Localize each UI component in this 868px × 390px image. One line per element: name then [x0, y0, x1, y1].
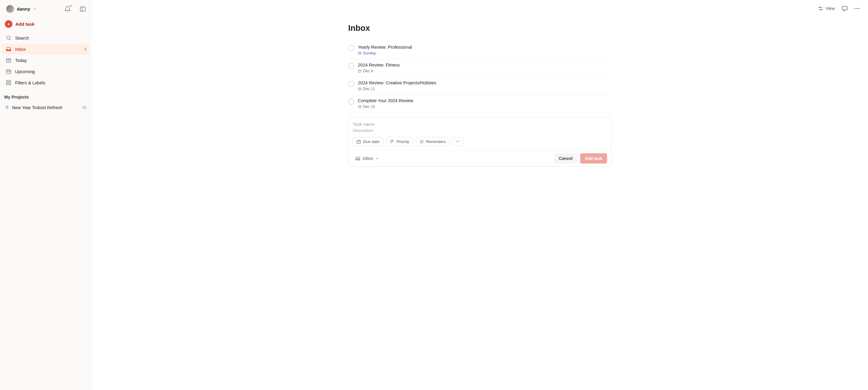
task-date-text: Dec 8: [363, 69, 373, 73]
task-date-text: Dec 15: [363, 105, 375, 109]
chevron-down-icon: [375, 157, 379, 160]
task-body: 2024 Review: Fitness Dec 8: [358, 62, 400, 73]
task-list: Yearly Review: Professional Sunday 2024 …: [348, 41, 612, 113]
nav-label: Filters & Labels: [15, 80, 45, 85]
nav-list: Search Inbox 4 29 Today Upcoming Filter: [2, 33, 89, 88]
inbox-icon: [355, 156, 360, 161]
nav-item-today[interactable]: 29 Today: [2, 55, 89, 65]
task-date: Dec 8: [358, 69, 400, 73]
cancel-button[interactable]: Cancel: [554, 153, 577, 164]
flag-icon: [390, 139, 395, 144]
pill-label: Due date: [363, 139, 380, 144]
task-row[interactable]: Yearly Review: Professional Sunday: [348, 41, 612, 59]
svg-point-4: [7, 36, 10, 39]
notification-dot-icon: [69, 4, 72, 7]
calendar-today-icon: 29: [5, 57, 11, 63]
svg-rect-35: [357, 140, 360, 143]
comments-button[interactable]: [840, 3, 850, 13]
svg-point-26: [858, 8, 859, 9]
content: Inbox Yearly Review: Professional Sunday: [92, 17, 868, 390]
alarm-icon: [420, 139, 424, 144]
task-checkbox[interactable]: [348, 99, 354, 105]
svg-rect-33: [359, 106, 361, 108]
sidebar-toggle-button[interactable]: [79, 5, 87, 13]
page-title: Inbox: [348, 24, 612, 33]
sidebar-top-icons: [63, 5, 87, 13]
svg-rect-17: [9, 80, 11, 82]
project-name: New Year Todoist Refresh: [12, 105, 63, 110]
task-date-text: Sunday: [363, 51, 376, 55]
more-icon: [456, 139, 460, 144]
nav-label: Today: [15, 58, 27, 63]
calendar-icon: [358, 51, 362, 55]
project-count: 20: [82, 106, 86, 110]
add-task-submit-button[interactable]: Add task: [580, 153, 607, 164]
inbox-icon: [5, 46, 11, 52]
user-menu-button[interactable]: danny: [5, 4, 38, 13]
svg-point-40: [459, 141, 460, 142]
topbar: View: [92, 0, 868, 17]
task-name-input[interactable]: [353, 121, 607, 127]
nav-label: Upcoming: [15, 69, 35, 74]
pill-label: Reminders: [426, 139, 446, 144]
calendar-icon: [356, 139, 361, 144]
svg-point-38: [456, 141, 457, 142]
editor-body: Due date Priority Reminder: [348, 117, 611, 150]
project-select-label: Inbox: [363, 156, 373, 161]
task-date: Dec 11: [358, 87, 436, 91]
task-title: 2024 Review: Creative Projects/Hobbies: [358, 80, 436, 85]
due-date-button[interactable]: Due date: [353, 137, 383, 146]
svg-rect-19: [9, 83, 11, 85]
avatar: [6, 5, 14, 13]
svg-point-21: [819, 7, 820, 8]
project-select[interactable]: Inbox: [353, 155, 381, 163]
add-task-label: Add task: [16, 22, 34, 27]
svg-rect-16: [6, 80, 8, 82]
add-task-button[interactable]: Add task: [2, 19, 89, 30]
task-row[interactable]: 2024 Review: Creative Projects/Hobbies D…: [348, 77, 612, 95]
reminders-button[interactable]: Reminders: [416, 137, 450, 146]
task-body: Yearly Review: Professional Sunday: [358, 45, 412, 55]
pill-label: Priority: [397, 139, 409, 144]
svg-point-24: [855, 8, 855, 9]
projects-header[interactable]: My Projects: [2, 88, 89, 102]
nav-label: Search: [15, 36, 29, 40]
task-title: 2024 Review: Fitness: [358, 62, 400, 67]
svg-rect-27: [359, 52, 361, 55]
notifications-button[interactable]: [63, 5, 72, 13]
task-body: 2024 Review: Creative Projects/Hobbies D…: [358, 80, 436, 91]
svg-line-5: [9, 39, 10, 40]
nav-item-inbox[interactable]: Inbox 4: [2, 44, 89, 54]
grid-icon: [5, 80, 11, 86]
task-date-text: Dec 11: [363, 87, 375, 91]
nav-label: Inbox: [15, 47, 26, 52]
task-row[interactable]: 2024 Review: Fitness Dec 8: [348, 59, 612, 77]
search-icon: [5, 35, 11, 41]
sidebar: danny Add task Search: [0, 0, 92, 390]
svg-rect-0: [80, 7, 86, 11]
inbox-count: 4: [84, 47, 86, 51]
priority-button[interactable]: Priority: [386, 137, 413, 146]
view-button[interactable]: View: [815, 4, 838, 13]
nav-item-filters-labels[interactable]: Filters & Labels: [2, 77, 89, 88]
svg-point-39: [458, 141, 458, 142]
svg-rect-29: [359, 70, 361, 73]
calendar-icon: [358, 105, 362, 109]
chevron-down-icon: [33, 7, 36, 11]
view-label: View: [826, 6, 835, 11]
task-description-input[interactable]: [353, 127, 607, 137]
nav-item-search[interactable]: Search: [2, 33, 89, 43]
task-row[interactable]: Complete Your 2024 Review Dec 15: [348, 95, 612, 113]
more-options-button[interactable]: [453, 137, 463, 146]
task-checkbox[interactable]: [348, 63, 354, 69]
calendar-upcoming-icon: [5, 68, 11, 74]
more-menu-button[interactable]: [852, 3, 862, 13]
hash-icon: #: [5, 104, 8, 111]
task-date: Sunday: [358, 51, 412, 55]
svg-point-25: [856, 8, 857, 9]
task-checkbox[interactable]: [348, 81, 354, 87]
nav-item-upcoming[interactable]: Upcoming: [2, 66, 89, 77]
calendar-icon: [358, 69, 362, 73]
project-item[interactable]: # New Year Todoist Refresh 20: [2, 102, 89, 113]
task-checkbox[interactable]: [348, 45, 354, 51]
